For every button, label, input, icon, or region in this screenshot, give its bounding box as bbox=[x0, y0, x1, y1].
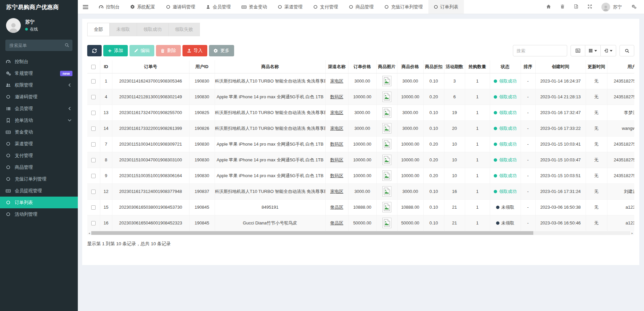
sidebar-item[interactable]: 商品管理 bbox=[0, 161, 78, 173]
refresh-button[interactable] bbox=[87, 45, 102, 56]
user-menu[interactable]: 苏宁 bbox=[601, 3, 622, 11]
channel-link[interactable]: 家电区 bbox=[330, 126, 343, 131]
scrollbar-thumb[interactable] bbox=[91, 231, 533, 235]
column-header[interactable]: 更新时间 bbox=[586, 60, 607, 73]
channel-link[interactable]: 数码区 bbox=[330, 142, 343, 147]
topbar-tab[interactable]: 控制台 bbox=[93, 0, 125, 14]
sidebar-item[interactable]: 抢单活动 bbox=[0, 114, 78, 126]
sidebar-item[interactable]: 活动列管理 bbox=[0, 208, 78, 220]
sidebar-search-input[interactable] bbox=[5, 40, 72, 51]
expand-button[interactable] bbox=[588, 4, 592, 10]
columns-button[interactable] bbox=[585, 45, 601, 56]
sidebar-item[interactable]: 订单列表 bbox=[0, 197, 78, 208]
scroll-right-arrow-icon[interactable]: ▸ bbox=[630, 231, 634, 235]
cell-channel: 家电区 bbox=[325, 105, 348, 120]
topbar-tab[interactable]: 渠道管理 bbox=[272, 0, 308, 14]
column-header[interactable]: 活动期数 bbox=[444, 60, 465, 73]
topbar-tab[interactable]: 系统配置 bbox=[125, 0, 161, 14]
topbar-tab[interactable]: 订单列表 bbox=[428, 0, 464, 14]
table-row[interactable]: 720230115100341001908309721190830Apple 苹… bbox=[87, 136, 634, 152]
table-search-input[interactable] bbox=[513, 45, 567, 56]
channel-link[interactable]: 家电区 bbox=[330, 79, 343, 84]
scrollbar-track[interactable] bbox=[91, 231, 630, 235]
table-row[interactable]: 120230114162437001908305346190830科沃斯扫地机器… bbox=[87, 73, 634, 89]
topbar-tab[interactable]: 充值订单列管理 bbox=[379, 0, 428, 14]
topbar-tab[interactable]: 资金变动 bbox=[236, 0, 272, 14]
row-checkbox[interactable] bbox=[91, 95, 96, 99]
row-checkbox[interactable] bbox=[91, 158, 96, 162]
sidebar-item[interactable]: 控制台 bbox=[0, 56, 78, 67]
topbar-tab[interactable]: 会员管理 bbox=[201, 0, 236, 14]
column-header[interactable]: 商品折扣 bbox=[423, 60, 444, 73]
row-checkbox[interactable] bbox=[91, 174, 96, 178]
column-header[interactable]: 商品价格 bbox=[397, 60, 423, 73]
menu-toggle-button[interactable] bbox=[78, 0, 93, 14]
column-header[interactable]: 商品名称 bbox=[215, 60, 325, 73]
more-button[interactable]: 更多 bbox=[209, 45, 234, 56]
sidebar-item[interactable]: 常规管理new bbox=[0, 67, 78, 79]
sidebar-item[interactable]: 权限管理 bbox=[0, 79, 78, 91]
sidebar-item[interactable]: 会员管理 bbox=[0, 103, 78, 114]
column-header[interactable]: 订单价格 bbox=[348, 60, 376, 73]
sidebar-item[interactable]: 会员提现管理 bbox=[0, 185, 78, 197]
table-row[interactable]: 820230115100347001908303100190830Apple 苹… bbox=[87, 152, 634, 168]
topbar-tab[interactable]: 支付管理 bbox=[308, 0, 343, 14]
table-row[interactable]: 920230115100351001908306164190830Apple 苹… bbox=[87, 168, 634, 184]
import-button[interactable]: 导入 bbox=[182, 45, 207, 56]
filter-tab[interactable]: 领取失败 bbox=[168, 23, 200, 36]
sidebar-item[interactable]: 渠道管理 bbox=[0, 138, 78, 150]
column-header[interactable]: ID bbox=[100, 60, 112, 73]
column-header[interactable]: 创建时间 bbox=[535, 60, 586, 73]
column-header[interactable]: 状态 bbox=[490, 60, 521, 73]
detail-view-button[interactable] bbox=[571, 45, 585, 56]
column-header[interactable]: 用户ID bbox=[189, 60, 215, 73]
channel-link[interactable]: 家电区 bbox=[330, 110, 343, 115]
channel-link[interactable]: 数码区 bbox=[330, 94, 343, 99]
scroll-left-arrow-icon[interactable]: ◂ bbox=[87, 231, 91, 235]
filter-tab[interactable]: 领取成功 bbox=[137, 23, 168, 36]
column-header[interactable]: 渠道名称 bbox=[325, 60, 348, 73]
search-button[interactable] bbox=[620, 45, 634, 56]
column-header[interactable]: 商品图片 bbox=[376, 60, 397, 73]
page-refresh-button[interactable] bbox=[574, 4, 578, 10]
channel-link[interactable]: 奢品区 bbox=[330, 205, 343, 210]
column-header[interactable]: 订单号 bbox=[112, 60, 189, 73]
sidebar-item[interactable]: 邀请码管理 bbox=[0, 91, 78, 103]
filter-tab[interactable]: 未领取 bbox=[110, 23, 137, 36]
channel-link[interactable]: 奢品区 bbox=[330, 220, 343, 225]
select-all-checkbox[interactable] bbox=[91, 65, 96, 69]
column-header[interactable]: 排序 bbox=[521, 60, 535, 73]
row-checkbox[interactable] bbox=[91, 221, 96, 225]
home-button[interactable] bbox=[546, 4, 551, 10]
export-button[interactable] bbox=[600, 45, 616, 56]
cell-order-no: 20230115100341001908309721 bbox=[112, 136, 189, 152]
row-checkbox[interactable] bbox=[91, 142, 96, 147]
delete-button[interactable]: 删除 bbox=[156, 45, 181, 56]
row-checkbox[interactable] bbox=[91, 126, 96, 131]
column-header[interactable]: 抢购数量 bbox=[465, 60, 490, 73]
table-row[interactable]: 420230114212813001908302149190830Apple 苹… bbox=[87, 89, 634, 105]
channel-link[interactable]: 数码区 bbox=[330, 157, 343, 162]
row-checkbox[interactable] bbox=[91, 190, 96, 194]
table-row[interactable]: 1620230306165046001908452323190845Gucci … bbox=[87, 215, 634, 231]
channel-link[interactable]: 家电区 bbox=[330, 189, 343, 194]
sidebar-item[interactable]: 充值订单列管理 bbox=[0, 173, 78, 185]
table-row[interactable]: 1520230306165038001908453730190845849519… bbox=[87, 199, 634, 215]
filter-tab[interactable]: 全部 bbox=[87, 23, 110, 36]
sidebar-item[interactable]: 支付管理 bbox=[0, 150, 78, 161]
row-checkbox[interactable] bbox=[91, 111, 96, 115]
row-checkbox[interactable] bbox=[91, 205, 96, 210]
table-row[interactable]: 1220230116173124001908377948190837科沃斯扫地机… bbox=[87, 184, 634, 199]
channel-link[interactable]: 数码区 bbox=[330, 173, 343, 178]
table-row[interactable]: 1320230116173247001908255700190825科沃斯扫地机… bbox=[87, 105, 634, 120]
add-button[interactable]: 添加 bbox=[103, 45, 128, 56]
topbar-tab[interactable]: 邀请码管理 bbox=[161, 0, 201, 14]
trash-button[interactable] bbox=[560, 4, 565, 10]
row-checkbox[interactable] bbox=[91, 79, 96, 84]
sidebar-item[interactable]: 资金变动 bbox=[0, 126, 78, 138]
topbar-tab[interactable]: 商品管理 bbox=[343, 0, 379, 14]
column-header[interactable]: 用户名 bbox=[607, 60, 634, 73]
table-row[interactable]: 1420230116173322001908261399190826科沃斯扫地机… bbox=[87, 120, 634, 136]
edit-button[interactable]: 编辑 bbox=[129, 45, 154, 56]
settings-button[interactable] bbox=[631, 4, 637, 10]
